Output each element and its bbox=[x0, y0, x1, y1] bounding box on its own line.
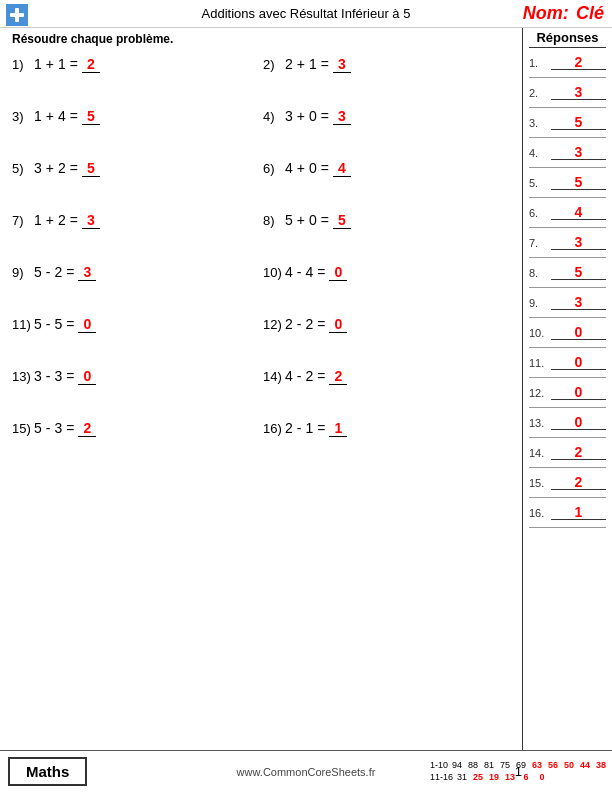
problem-row: 6) 4 + 0 = 4 bbox=[263, 152, 514, 204]
operand-a: 5 bbox=[34, 316, 42, 332]
website-label: www.CommonCoreSheets.fr bbox=[237, 766, 376, 778]
stat-value: 56 bbox=[546, 760, 560, 772]
operator: + bbox=[297, 212, 305, 228]
logo-icon bbox=[6, 4, 28, 26]
problem-number: 16) bbox=[263, 421, 285, 436]
equals-sign: = bbox=[317, 368, 325, 384]
operand-a: 4 bbox=[285, 160, 293, 176]
problem-number: 8) bbox=[263, 213, 285, 228]
operand-a: 1 bbox=[34, 212, 42, 228]
answer-item-value: 0 bbox=[551, 415, 606, 430]
problem-row: 13) 3 - 3 = 0 bbox=[12, 360, 263, 412]
stat-value: 81 bbox=[482, 760, 496, 772]
operand-b: 0 bbox=[309, 212, 317, 228]
problem-expression: 1 + 1 = 2 bbox=[34, 56, 100, 73]
answers-list: 1. 2 2. 3 3. 5 4. 3 5. 5 6. 4 7. 3 8. 5 … bbox=[529, 48, 606, 528]
maths-label: Maths bbox=[8, 757, 87, 786]
operand-a: 2 bbox=[285, 56, 293, 72]
problem-expression: 4 - 4 = 0 bbox=[285, 264, 347, 281]
answer-item: 16. 1 bbox=[529, 498, 606, 528]
answer-item: 9. 3 bbox=[529, 288, 606, 318]
problem-row: 5) 3 + 2 = 5 bbox=[12, 152, 263, 204]
equals-sign: = bbox=[70, 212, 78, 228]
answer-item-value: 0 bbox=[551, 385, 606, 400]
problem-number: 14) bbox=[263, 369, 285, 384]
answer-value: 3 bbox=[78, 264, 96, 281]
nom-text: Nom: bbox=[523, 3, 569, 23]
answer-item-value: 3 bbox=[551, 145, 606, 160]
answer-item-number: 5. bbox=[529, 177, 551, 189]
problem-expression: 3 - 3 = 0 bbox=[34, 368, 96, 385]
answer-item-value: 1 bbox=[551, 505, 606, 520]
answer-item: 8. 5 bbox=[529, 258, 606, 288]
answer-item-number: 6. bbox=[529, 207, 551, 219]
problem-expression: 1 + 4 = 5 bbox=[34, 108, 100, 125]
operator: - bbox=[46, 316, 51, 332]
problem-number: 13) bbox=[12, 369, 34, 384]
stat-value: 88 bbox=[466, 760, 480, 772]
nom-label: Nom: Clé bbox=[523, 3, 604, 24]
stat-value: 94 bbox=[450, 760, 464, 772]
problem-row: 8) 5 + 0 = 5 bbox=[263, 204, 514, 256]
answer-item-number: 4. bbox=[529, 147, 551, 159]
problem-row: 1) 1 + 1 = 2 bbox=[12, 48, 263, 100]
answer-item: 5. 5 bbox=[529, 168, 606, 198]
operator: + bbox=[46, 160, 54, 176]
answer-item-number: 2. bbox=[529, 87, 551, 99]
answer-item-value: 2 bbox=[551, 445, 606, 460]
operator: + bbox=[297, 160, 305, 176]
stat-value: 0 bbox=[535, 772, 549, 784]
answer-item-value: 3 bbox=[551, 85, 606, 100]
operand-b: 4 bbox=[305, 264, 313, 280]
stat-value: 19 bbox=[487, 772, 501, 784]
answer-value: 5 bbox=[82, 160, 100, 177]
operator: - bbox=[46, 420, 51, 436]
problem-number: 1) bbox=[12, 57, 34, 72]
answer-item-number: 1. bbox=[529, 57, 551, 69]
stats-row-2: 11-163125191360 bbox=[430, 772, 608, 784]
answers-header: Réponses bbox=[529, 28, 606, 48]
answer-value: 3 bbox=[333, 56, 351, 73]
operand-a: 3 bbox=[34, 368, 42, 384]
operator: - bbox=[297, 420, 302, 436]
operand-b: 2 bbox=[305, 316, 313, 332]
operand-a: 4 bbox=[285, 264, 293, 280]
answer-item-value: 5 bbox=[551, 265, 606, 280]
stat-value: 25 bbox=[471, 772, 485, 784]
problem-number: 12) bbox=[263, 317, 285, 332]
answer-item-number: 3. bbox=[529, 117, 551, 129]
answer-item-value: 0 bbox=[551, 325, 606, 340]
operand-a: 5 bbox=[34, 264, 42, 280]
main-content: Résoudre chaque problème. 1) 1 + 1 = 2 2… bbox=[0, 28, 612, 750]
answer-item-number: 12. bbox=[529, 387, 551, 399]
answer-item-number: 7. bbox=[529, 237, 551, 249]
operand-a: 4 bbox=[285, 368, 293, 384]
stat-value: 13 bbox=[503, 772, 517, 784]
answer-item-value: 5 bbox=[551, 115, 606, 130]
problem-number: 15) bbox=[12, 421, 34, 436]
problem-number: 11) bbox=[12, 317, 34, 332]
equals-sign: = bbox=[317, 264, 325, 280]
problem-number: 3) bbox=[12, 109, 34, 124]
operator: + bbox=[46, 212, 54, 228]
equals-sign: = bbox=[321, 212, 329, 228]
operator: - bbox=[297, 264, 302, 280]
answer-value: 2 bbox=[329, 368, 347, 385]
problem-row: 11) 5 - 5 = 0 bbox=[12, 308, 263, 360]
problem-row: 7) 1 + 2 = 3 bbox=[12, 204, 263, 256]
problem-expression: 4 + 0 = 4 bbox=[285, 160, 351, 177]
equals-sign: = bbox=[66, 264, 74, 280]
stat-value: 50 bbox=[562, 760, 576, 772]
operator: + bbox=[46, 108, 54, 124]
problem-number: 4) bbox=[263, 109, 285, 124]
answer-item-number: 11. bbox=[529, 357, 551, 369]
operator: - bbox=[46, 368, 51, 384]
answer-item-number: 9. bbox=[529, 297, 551, 309]
stat-value: 75 bbox=[498, 760, 512, 772]
problem-expression: 4 - 2 = 2 bbox=[285, 368, 347, 385]
operator: + bbox=[297, 56, 305, 72]
operand-a: 1 bbox=[34, 108, 42, 124]
operand-b: 2 bbox=[54, 264, 62, 280]
problem-number: 7) bbox=[12, 213, 34, 228]
answer-value: 3 bbox=[82, 212, 100, 229]
